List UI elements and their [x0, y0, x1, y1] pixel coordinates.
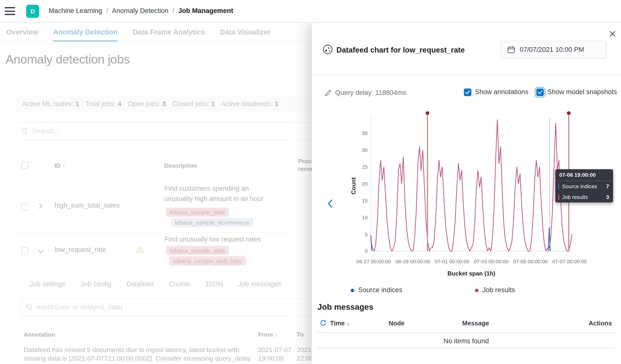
svg-text:06-29 00:00:00: 06-29 00:00:00 [396, 259, 430, 264]
show-annotations-checkbox[interactable]: Show annotations [464, 88, 529, 96]
datafeed-chart-icon [322, 44, 333, 55]
close-icon[interactable] [606, 28, 618, 40]
sort-desc-icon: ↓ [347, 321, 349, 327]
table-divider [317, 332, 615, 333]
svg-text:Count: Count [350, 177, 357, 194]
svg-text:0: 0 [365, 248, 368, 254]
x-axis-title: Bucket span (1h) [371, 270, 572, 277]
chevron-left-icon[interactable] [326, 199, 335, 209]
tooltip-row: Job results 3 [555, 192, 613, 203]
checkbox-checked [464, 88, 471, 96]
svg-text:07-07 00:00:00: 07-07 00:00:00 [552, 259, 587, 264]
svg-text:07-03 00:00:00: 07-03 00:00:00 [474, 259, 508, 264]
empty-table-message: No items found [317, 337, 615, 345]
table-divider [317, 347, 615, 348]
tooltip-row: Source indices 7 [555, 181, 613, 192]
breadcrumb-job-management: Job Management [178, 7, 233, 15]
calendar-icon [507, 46, 515, 53]
datafeed-chart-flyout: Datafeed chart for low_request_rate 07/0… [312, 22, 621, 364]
flyout-title: Datafeed chart for low_request_rate [336, 46, 465, 55]
svg-text:07-01 00:00:00: 07-01 00:00:00 [435, 259, 469, 264]
datepicker-button[interactable]: 07/07/2021 10:00 PM [500, 41, 606, 59]
tooltip-color-bar [558, 194, 559, 200]
menu-icon[interactable] [5, 7, 15, 15]
svg-text:10: 10 [362, 215, 367, 220]
tooltip-title: 07-06 19:00:00 [555, 169, 613, 181]
breadcrumb-anomaly-detection[interactable]: Anomaly Detection [112, 7, 169, 15]
flyout-header-divider [312, 75, 621, 76]
svg-text:15: 15 [362, 198, 367, 203]
pencil-icon[interactable] [325, 89, 331, 96]
legend-dot [351, 288, 354, 292]
query-delay: Query delay: 118804ms [325, 89, 406, 97]
svg-text:25: 25 [362, 164, 367, 170]
column-header-actions: Actions [589, 320, 612, 327]
breadcrumb: Machine Learning / Anomaly Detection / J… [49, 7, 233, 15]
legend-dot [475, 288, 479, 292]
column-header-time[interactable]: Time↓ [330, 320, 349, 327]
legend-source-indices[interactable]: Source indices [351, 286, 402, 294]
show-model-snapshots-checkbox[interactable]: Show model snapshots [536, 88, 617, 96]
top-header: D Machine Learning / Anomaly Detection /… [0, 0, 621, 22]
breadcrumb-machine-learning[interactable]: Machine Learning [49, 7, 102, 15]
kibana-window: D Machine Learning / Anomaly Detection /… [0, 0, 621, 364]
refresh-icon[interactable] [320, 319, 327, 326]
space-avatar[interactable]: D [26, 5, 39, 17]
svg-text:07-05 00:00:00: 07-05 00:00:00 [513, 259, 548, 264]
chart-tooltip: 07-06 19:00:00 Source indices 7 Job resu… [555, 169, 613, 202]
svg-text:35: 35 [362, 130, 367, 136]
svg-text:20: 20 [362, 181, 367, 186]
breadcrumb-separator: / [172, 7, 174, 15]
datepicker-value: 07/07/2021 10:00 PM [520, 46, 584, 53]
svg-text:30: 30 [362, 147, 367, 153]
breadcrumb-separator: / [106, 7, 108, 15]
svg-text:5: 5 [365, 232, 368, 237]
svg-text:06-27 00:00:00: 06-27 00:00:00 [356, 259, 391, 264]
legend-job-results[interactable]: Job results [475, 286, 515, 294]
column-header-node: Node [389, 320, 404, 327]
tooltip-color-bar [558, 183, 559, 189]
job-messages-title: Job messages [317, 302, 373, 312]
checkbox-checked [536, 88, 544, 96]
column-header-message: Message [462, 320, 489, 327]
